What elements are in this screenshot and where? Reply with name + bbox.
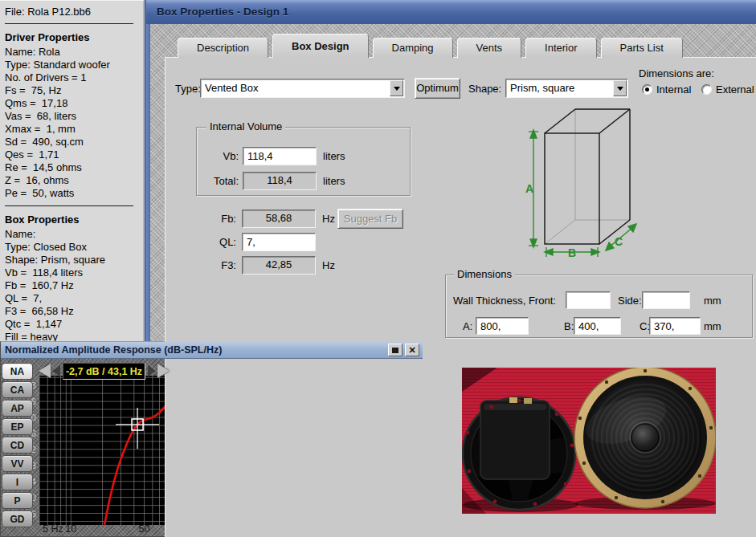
- chevron-down-icon[interactable]: [390, 80, 403, 96]
- box-type-dropdown[interactable]: Vented Box: [200, 79, 405, 98]
- step-left-fast-icon[interactable]: [39, 364, 51, 378]
- step-right-icon[interactable]: [148, 365, 156, 376]
- box-design-tab-page: Type: Vented Box Optimum Shape: Prism, s…: [165, 57, 756, 537]
- tab-parts-list[interactable]: Parts List: [601, 38, 683, 58]
- property-line: Vas = 68, liters: [5, 110, 143, 123]
- box-properties-lines: Name:Type: Closed BoxShape: Prism, squar…: [5, 228, 143, 344]
- vb-label: Vb:: [202, 150, 239, 162]
- speaker-photo: [462, 368, 716, 514]
- total-label: Total:: [198, 175, 239, 187]
- total-volume-value: 118,4: [243, 172, 317, 190]
- tab-strip: DescriptionBox DesignDampingVentsInterio…: [178, 32, 687, 58]
- tab-description[interactable]: Description: [178, 38, 268, 58]
- f3-unit-label: Hz: [322, 259, 335, 271]
- driver-properties-title: Driver Properties: [5, 31, 143, 43]
- window-titlebar[interactable]: Box Properties - Design 1: [146, 0, 756, 24]
- chart-tab-i[interactable]: I: [2, 474, 33, 490]
- chart-window-titlebar[interactable]: Normalized Amplitude Response (dB-SPL/Hz…: [1, 342, 423, 359]
- property-line: QL = 7,: [5, 292, 143, 305]
- fb-unit-label: Hz: [322, 213, 335, 225]
- speaker-photo-image: [462, 368, 716, 514]
- chart-tab-p[interactable]: P: [2, 492, 33, 509]
- window-title: Box Properties - Design 1: [157, 6, 288, 18]
- close-button[interactable]: ✕: [405, 344, 419, 356]
- x-axis-tick-label: 10: [65, 523, 76, 535]
- box-properties-window: Box Properties - Design 1 DescriptionBox…: [145, 0, 756, 537]
- vb-input[interactable]: [243, 147, 317, 165]
- tab-box-design[interactable]: Box Design: [272, 34, 369, 58]
- dimension-a-label: A: [525, 182, 533, 195]
- property-line: Name:: [5, 228, 143, 241]
- row2-unit-label: mm: [704, 320, 721, 332]
- dimension-c-label: C: [615, 235, 623, 248]
- wall-thickness-front-input[interactable]: [566, 291, 611, 309]
- box-type-value: Vented Box: [205, 82, 259, 94]
- suggest-fb-button[interactable]: Suggest Fb: [337, 209, 403, 229]
- property-line: Qes = 1,71: [5, 148, 143, 161]
- type-label: Type:: [175, 83, 201, 95]
- dialog-body: DescriptionBox DesignDampingVentsInterio…: [150, 24, 756, 537]
- dimension-a-input[interactable]: [476, 317, 529, 335]
- property-line: Z = 16, ohms: [5, 174, 143, 187]
- minimize-button[interactable]: [388, 344, 403, 356]
- tab-vents[interactable]: Vents: [457, 38, 522, 58]
- box-shape-dropdown[interactable]: Prism, square: [505, 79, 628, 98]
- chart-tab-ca[interactable]: CA: [2, 381, 33, 398]
- a-label: A:: [463, 320, 472, 332]
- f3-value: 42,85: [242, 256, 316, 275]
- speaker-front-view: [574, 368, 716, 510]
- radio-dot-icon[interactable]: [642, 84, 652, 95]
- box-shape-value: Prism, square: [510, 82, 574, 94]
- property-line: Vb = 118,4 liters: [5, 266, 143, 279]
- chart-tab-cd[interactable]: CD: [2, 437, 33, 454]
- property-line: F3 = 66,58 Hz: [5, 305, 143, 318]
- chart-tab-ap[interactable]: AP: [2, 400, 33, 417]
- property-line: Shape: Prism, square: [5, 254, 143, 266]
- internal-volume-group: Internal Volume Vb: liters Total: 118,4 …: [196, 127, 411, 196]
- property-line: No. of Drivers = 1: [5, 71, 143, 84]
- property-line: Qtc = 1,147: [5, 318, 143, 331]
- shape-label: Shape:: [468, 83, 501, 95]
- chart-tab-ep[interactable]: EP: [2, 418, 33, 435]
- dimensions-group: Dimensions Wall Thickness, Front: Side: …: [445, 275, 753, 338]
- chevron-down-icon[interactable]: [613, 80, 627, 96]
- x-axis-tick-label: 5 Hz: [43, 523, 63, 535]
- optimum-button[interactable]: Optimum: [415, 78, 460, 99]
- file-name-label: File: Rola P12.bb6: [5, 6, 143, 18]
- close-icon: ✕: [406, 344, 419, 356]
- chart-window-title: Normalized Amplitude Response (dB-SPL/Hz…: [5, 344, 222, 356]
- property-line: Qms = 17,18: [5, 97, 143, 110]
- chart-tab-na[interactable]: NA: [2, 363, 33, 380]
- external-radio[interactable]: External: [701, 83, 754, 96]
- ql-input[interactable]: [242, 233, 316, 251]
- x-axis-tick-label: 50: [139, 523, 150, 535]
- property-line: Pe = 50, watts: [5, 187, 143, 200]
- tab-damping[interactable]: Damping: [373, 38, 453, 58]
- total-unit-label: liters: [323, 175, 345, 187]
- f3-label: F3:: [206, 259, 236, 271]
- wall-thickness-side-input[interactable]: [642, 291, 690, 309]
- internal-radio[interactable]: Internal: [642, 83, 691, 96]
- divider: [5, 23, 133, 24]
- property-line: Re = 14,5 ohms: [5, 161, 143, 174]
- step-right-fast-icon[interactable]: [157, 364, 170, 378]
- internal-radio-label: Internal: [656, 83, 691, 96]
- ql-label: QL:: [206, 236, 236, 248]
- radio-circle-icon[interactable]: [701, 84, 712, 95]
- property-line: Name: Rola: [5, 46, 143, 59]
- row1-unit-label: mm: [704, 295, 721, 307]
- minimize-icon: [392, 348, 398, 353]
- property-line: Sd = 490, sq.cm: [5, 136, 143, 148]
- step-left-icon[interactable]: [52, 365, 60, 376]
- dimension-b-input[interactable]: [574, 317, 621, 335]
- chart-tab-vv[interactable]: VV: [2, 455, 33, 472]
- dimension-c-input[interactable]: [649, 317, 701, 335]
- wall-thickness-front-label: Wall Thickness, Front:: [453, 295, 556, 307]
- box-shape-diagram: A B C: [519, 100, 652, 262]
- dimensions-are-label: Dimensions are:: [639, 67, 714, 79]
- chart-tab-gd[interactable]: GD: [2, 511, 33, 527]
- property-line: Xmax = 1, mm: [5, 123, 143, 136]
- tab-interior[interactable]: Interior: [525, 38, 596, 58]
- dimensions-title: Dimensions: [454, 268, 515, 280]
- chart-side-tabs: NACAAPEPCDVVIPGD: [2, 363, 34, 529]
